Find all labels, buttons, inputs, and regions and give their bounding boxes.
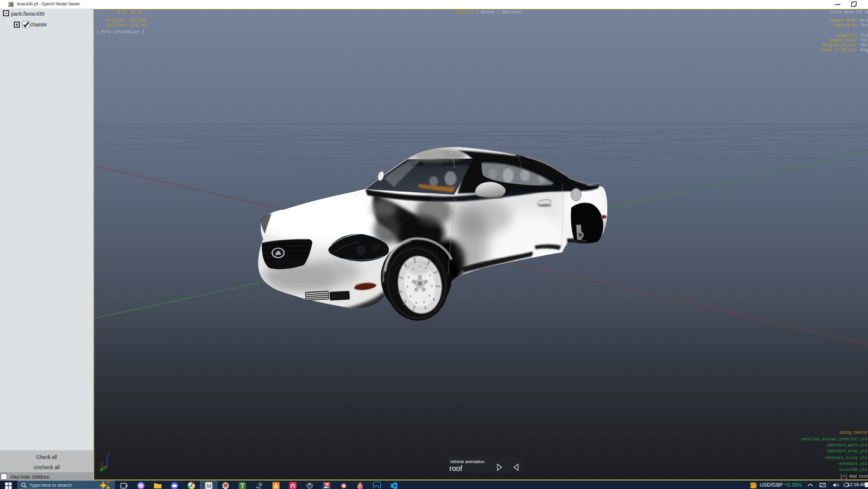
svg-text:Display Points: False: Display Points: False xyxy=(822,43,868,47)
svg-text:Polygons: 201,650: Polygons: 201,650 xyxy=(106,19,147,23)
svg-text:vehshare_army.ytd: vehshare_army.ytd xyxy=(827,449,867,454)
svg-text:vehshare_truck.ytd: vehshare_truck.ytd xyxy=(825,456,867,460)
svg-text:Using textures: Using textures xyxy=(840,431,868,435)
svg-text:Geometry | Bounds | Skeleton: Geometry | Bounds | Skeleton xyxy=(455,10,521,14)
svg-text:N: N xyxy=(10,3,12,7)
svg-text:Vehicle animation: Vehicle animation xyxy=(450,459,484,464)
svg-text:vehicles_sultan_interior.ytd: vehicles_sultan_interior.ytd xyxy=(801,437,867,442)
svg-text:y: y xyxy=(100,466,103,470)
svg-text:M: M xyxy=(206,483,211,489)
svg-text:roof: roof xyxy=(449,464,463,473)
svg-text:Level of Detail: High: Level of Detail: High xyxy=(821,48,868,52)
svg-text:FPS: 46.31: FPS: 46.31 xyxy=(118,10,142,14)
svg-text:x: x xyxy=(100,461,103,466)
svg-text:[ More information ]: [ More information ] xyxy=(97,30,144,34)
svg-text:Edged Faces: False: Edged Faces: False xyxy=(830,38,868,43)
svg-text:Geometry: True: Geometry: True xyxy=(837,34,868,38)
svg-text:vehshare_worn.ytd: vehshare_worn.ytd xyxy=(827,443,867,448)
svg-text:z: z xyxy=(108,452,111,457)
svg-text:Click here for help: Click here for help xyxy=(830,10,868,14)
svg-text:Show grid: True: Show grid: True xyxy=(835,23,868,28)
svg-text:lexsc430.ytd: lexsc430.ytd xyxy=(839,468,867,472)
svg-text:Camera mode: Arou: Camera mode: Arou xyxy=(830,19,868,23)
svg-text:vehshare.ytd: vehshare.ytd xyxy=(839,462,867,466)
svg-text:Vertices: 159,144: Vertices: 159,144 xyxy=(107,23,147,28)
svg-text:Ps: Ps xyxy=(374,484,380,488)
svg-text:[+] Add texture: [+] Add texture xyxy=(840,475,868,479)
